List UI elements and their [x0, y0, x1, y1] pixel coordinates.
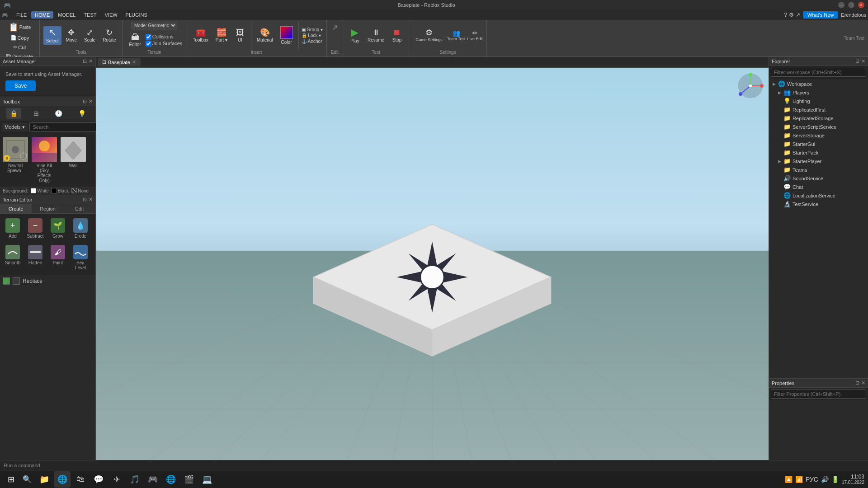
- replace-color2-swatch[interactable]: [13, 277, 20, 285]
- menu-plugins[interactable]: PLUGINS: [122, 11, 151, 19]
- terrain-tool-sea-level[interactable]: Sea Level: [71, 243, 90, 272]
- asset-manager-popout-icon[interactable]: ⊡: [83, 58, 87, 64]
- toolbox-item-neutral-spawn[interactable]: ⊕ Neutral Spawn .: [2, 135, 29, 185]
- color-button[interactable]: Color: [278, 25, 296, 46]
- team-test-button[interactable]: 👥 Team Test: [447, 29, 466, 41]
- taskbar-app-video[interactable]: 🎬: [181, 471, 197, 488]
- copy-button[interactable]: 📄 Copy: [4, 33, 36, 42]
- viewport-gizmo[interactable]: [737, 72, 764, 99]
- taskbar-app-dev[interactable]: 💻: [199, 471, 215, 488]
- tree-item-replicated-first[interactable]: 📁 ReplicatedFirst: [769, 105, 868, 114]
- properties-close-icon[interactable]: ✕: [861, 380, 865, 386]
- paste-button[interactable]: 📋 Paste: [4, 22, 36, 33]
- tray-up-icon[interactable]: 🔼: [785, 476, 793, 483]
- menu-view[interactable]: VIEW: [101, 11, 121, 19]
- taskbar-search-button[interactable]: 🔍: [20, 472, 34, 487]
- taskbar-app-store[interactable]: 🛍: [72, 471, 89, 488]
- terrain-tool-grow[interactable]: 🌱 Grow: [48, 216, 68, 240]
- taskbar-app-game[interactable]: 🎮: [145, 471, 161, 488]
- menu-file[interactable]: FILE: [13, 11, 30, 19]
- toolbox-button[interactable]: 🧰 Toolbox: [190, 27, 211, 44]
- taskbar-app-spotify[interactable]: 🎵: [127, 471, 143, 488]
- taskbar-clock[interactable]: 11:03 17.01.2022: [842, 474, 864, 485]
- toolbox-tab-recent[interactable]: 🕐: [51, 108, 66, 119]
- terrain-tool-paint[interactable]: 🖌 Paint: [48, 243, 68, 272]
- collisions-checkbox[interactable]: [146, 34, 151, 40]
- explorer-close-icon[interactable]: ✕: [861, 58, 865, 64]
- tree-item-server-storage[interactable]: 📁 ServerStorage: [769, 131, 868, 140]
- terrain-tab-edit[interactable]: Edit: [64, 204, 95, 213]
- live-edit-button[interactable]: ✏ Live Edit: [467, 29, 483, 41]
- help-icon[interactable]: ?: [784, 12, 787, 18]
- taskbar-app-edge[interactable]: 🌐: [54, 471, 71, 488]
- toolbox-popout-icon[interactable]: ⊡: [83, 99, 87, 104]
- select-button[interactable]: ↖ Select: [43, 26, 61, 45]
- toolbox-category-select[interactable]: Models ▾: [2, 123, 28, 131]
- tray-lang-icon[interactable]: РУС: [806, 476, 818, 483]
- toolbox-close-icon[interactable]: ✕: [89, 99, 93, 104]
- replace-color1-swatch[interactable]: [3, 277, 10, 285]
- tree-item-workspace[interactable]: ▶ 🌐 Workspace: [769, 80, 868, 88]
- terrain-tab-region[interactable]: Region: [32, 204, 63, 213]
- tree-item-replicated-storage[interactable]: 📁 ReplicatedStorage: [769, 114, 868, 122]
- terrain-tool-add[interactable]: + Add: [3, 216, 23, 240]
- terrain-tool-flatten[interactable]: Flatten: [25, 243, 45, 272]
- stop-button[interactable]: ⏹ Stop: [389, 27, 405, 44]
- terrain-tool-smooth[interactable]: Smooth: [3, 243, 23, 272]
- share-icon[interactable]: ↗: [796, 12, 800, 18]
- tree-item-starter-player[interactable]: ▶ 📁 StarterPlayer: [769, 157, 868, 165]
- bg-option-white[interactable]: White: [31, 188, 49, 193]
- tray-wifi-icon[interactable]: 📶: [795, 476, 803, 483]
- close-button[interactable]: ✕: [858, 2, 864, 8]
- tree-item-test-service[interactable]: 🔬 TestService: [769, 200, 868, 208]
- group-button[interactable]: ▣ Group ▾: [302, 27, 323, 32]
- part-button[interactable]: 🧱 Part ▾: [213, 27, 230, 44]
- menu-model[interactable]: MODEL: [54, 11, 79, 19]
- viewport-tab-baseplate[interactable]: ⊡ Baseplate ✕: [98, 58, 141, 66]
- join-surfaces-checkbox[interactable]: [146, 41, 151, 47]
- window-controls[interactable]: — □ ✕: [838, 2, 864, 8]
- toolbox-item-wall[interactable]: Wall: [60, 135, 87, 185]
- material-button[interactable]: 🎨 Material: [254, 27, 276, 44]
- lock-button[interactable]: 🔒 Lock ▾: [302, 33, 323, 38]
- tray-volume-icon[interactable]: 🔊: [821, 476, 829, 483]
- cut-button[interactable]: ✂ Cut: [4, 43, 36, 52]
- taskbar-app-telegram[interactable]: ✈: [108, 471, 125, 488]
- play-button[interactable]: ▶ Play: [347, 26, 363, 45]
- tree-item-players[interactable]: ▶ 👥 Players: [769, 88, 868, 97]
- ui-button[interactable]: 🖼 UI: [232, 27, 248, 44]
- tree-item-chat[interactable]: 💬 Chat: [769, 183, 868, 191]
- tree-item-lighting[interactable]: 💡 Lighting: [769, 97, 868, 105]
- edit-expand-icon[interactable]: ↗: [331, 23, 338, 33]
- maximize-button[interactable]: □: [848, 2, 854, 8]
- game-settings-button[interactable]: ⚙ Game Settings: [413, 27, 445, 43]
- tree-item-localization-service[interactable]: 🌐 LocalizationService: [769, 191, 868, 200]
- terrain-tool-erode[interactable]: 💧 Erode: [71, 216, 90, 240]
- properties-popout-icon[interactable]: ⊡: [855, 380, 859, 386]
- save-button[interactable]: Save: [5, 80, 36, 91]
- asset-manager-close-icon[interactable]: ✕: [89, 58, 93, 64]
- toolbox-tab-lights[interactable]: 💡: [75, 108, 90, 119]
- resume-button[interactable]: ⏸ Resume: [365, 27, 387, 44]
- menu-test[interactable]: TEST: [80, 11, 100, 19]
- explorer-popout-icon[interactable]: ⊡: [855, 58, 859, 64]
- scale-button[interactable]: ⤢ Scale: [81, 27, 98, 44]
- terrain-tool-subtract[interactable]: − Subtract: [25, 216, 45, 240]
- toolbox-tab-marketplace[interactable]: ⊞: [30, 108, 42, 119]
- tree-item-teams[interactable]: 📁 Teams: [769, 165, 868, 174]
- toolbox-item-vibe-kit[interactable]: Vibe Kit (Sky Effects Only): [31, 135, 58, 185]
- tree-item-starter-pack[interactable]: 📁 StarterPack: [769, 148, 868, 157]
- toolbox-search-input[interactable]: [29, 122, 98, 131]
- properties-filter-input[interactable]: [771, 389, 866, 399]
- terrain-tab-create[interactable]: Create: [0, 204, 32, 213]
- taskbar-app-files[interactable]: 📁: [36, 471, 52, 488]
- bg-option-none[interactable]: None: [71, 188, 89, 193]
- explorer-filter-input[interactable]: [771, 68, 866, 77]
- terrain-editor-close-icon[interactable]: ✕: [89, 197, 93, 202]
- start-button[interactable]: ⊞: [4, 472, 18, 487]
- bg-option-black[interactable]: Black: [52, 188, 69, 193]
- viewport[interactable]: [96, 68, 769, 460]
- settings-icon[interactable]: ⚙: [789, 12, 794, 18]
- toolbox-tab-starred[interactable]: 🔒: [6, 108, 21, 119]
- tree-item-server-script-service[interactable]: 📁 ServerScriptService: [769, 122, 868, 131]
